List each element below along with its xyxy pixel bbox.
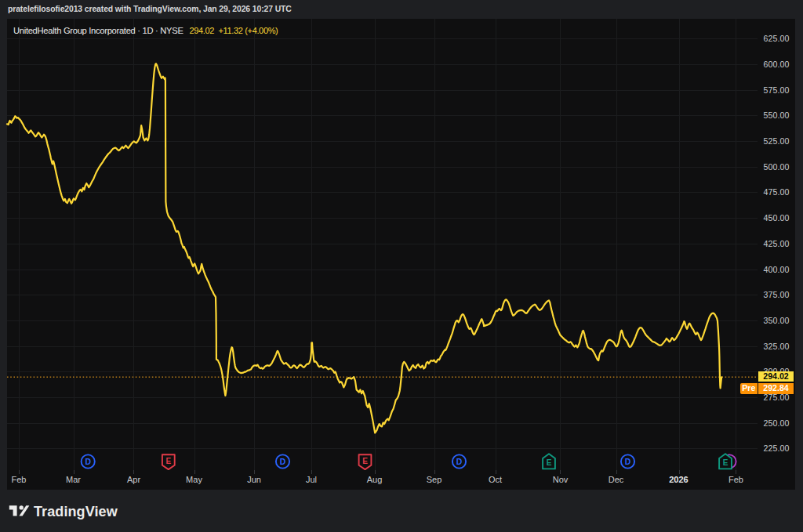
- svg-text:D: D: [85, 458, 91, 466]
- svg-text:D: D: [280, 458, 286, 466]
- svg-text:E: E: [547, 458, 552, 467]
- svg-text:D: D: [456, 458, 463, 466]
- svg-text:E: E: [723, 458, 729, 467]
- svg-text:D: D: [625, 458, 631, 466]
- svg-text:E: E: [165, 457, 171, 465]
- svg-text:E: E: [362, 457, 368, 465]
